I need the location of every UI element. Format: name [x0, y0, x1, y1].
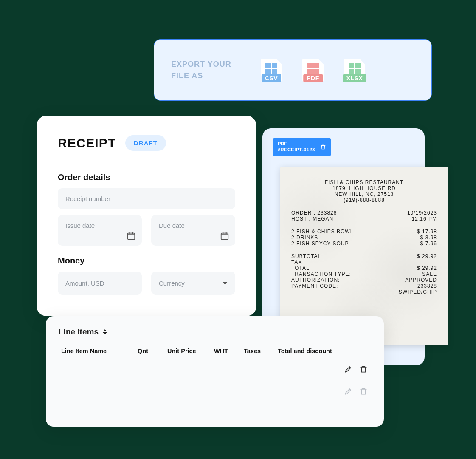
- file-xlsx-icon: XLSX: [344, 59, 365, 82]
- svg-rect-0: [128, 233, 135, 240]
- file-chip[interactable]: PDF #RECEIPT-0123: [273, 138, 331, 156]
- divider: [248, 51, 248, 89]
- file-csv-icon: CSV: [261, 59, 282, 82]
- receipt-items: 2 FISH & CHIPS BOWL$ 17.98 2 DRINKS$ 3.9…: [291, 229, 437, 246]
- col-total: Total and discount: [275, 344, 337, 358]
- chevron-down-icon: [223, 282, 228, 285]
- trash-icon[interactable]: [359, 387, 368, 396]
- divider: [58, 164, 235, 164]
- amount-input[interactable]: Amount, USD: [58, 272, 142, 295]
- receipt-form-card: RECEIPT DRAFT Order details Receipt numb…: [37, 116, 256, 316]
- sort-icon[interactable]: [103, 329, 108, 335]
- line-items-title: Line items: [59, 327, 99, 337]
- receipt-address2: NEW HILL, NC, 27513: [291, 191, 437, 197]
- col-unit-price: Unit Price: [165, 344, 211, 358]
- receipt-merchant: FISH & CHIPS RESTAURANT: [291, 179, 437, 185]
- section-order-details: Order details: [58, 173, 235, 182]
- col-name: Line Item Name: [59, 344, 135, 358]
- edit-icon[interactable]: [344, 387, 352, 396]
- trash-icon[interactable]: [320, 144, 326, 150]
- export-option-pdf[interactable]: PDF: [302, 59, 324, 82]
- line-items-card: Line items Line Item Name Qnt Unit Price…: [46, 316, 384, 427]
- currency-select[interactable]: Currency: [151, 272, 235, 295]
- issue-date-input[interactable]: Issue date: [58, 215, 142, 246]
- file-chip-type: PDF: [278, 141, 315, 147]
- col-wht: WHT: [211, 344, 241, 358]
- trash-icon[interactable]: [359, 365, 368, 374]
- calendar-icon: [220, 231, 229, 241]
- line-items-table: Line Item Name Qnt Unit Price WHT Taxes …: [59, 344, 371, 402]
- receipt-address1: 1879, HIGH HOUSE RD: [291, 185, 437, 191]
- page-title: RECEIPT: [58, 136, 116, 150]
- col-taxes: Taxes: [241, 344, 275, 358]
- receipt-phone: (919)-888-8888: [291, 197, 437, 203]
- file-chip-id: #RECEIPT-0123: [278, 147, 315, 153]
- table-row: [59, 380, 371, 402]
- col-qnt: Qnt: [135, 344, 165, 358]
- svg-rect-1: [221, 233, 228, 240]
- receipt-number-input[interactable]: Receipt number: [58, 188, 235, 209]
- export-bar: EXPORT YOUR FILE AS CSV PDF XLSX: [154, 39, 432, 101]
- due-date-input[interactable]: Due date: [151, 215, 235, 246]
- export-option-xlsx[interactable]: XLSX: [344, 59, 365, 82]
- export-option-csv[interactable]: CSV: [261, 59, 282, 82]
- export-options: CSV PDF XLSX: [261, 59, 365, 82]
- table-row: [59, 358, 371, 380]
- section-money: Money: [58, 256, 235, 266]
- export-label: EXPORT YOUR FILE AS: [171, 59, 243, 82]
- calendar-icon: [127, 231, 136, 241]
- edit-icon[interactable]: [344, 365, 352, 374]
- status-badge: DRAFT: [125, 135, 166, 151]
- file-pdf-icon: PDF: [302, 59, 324, 82]
